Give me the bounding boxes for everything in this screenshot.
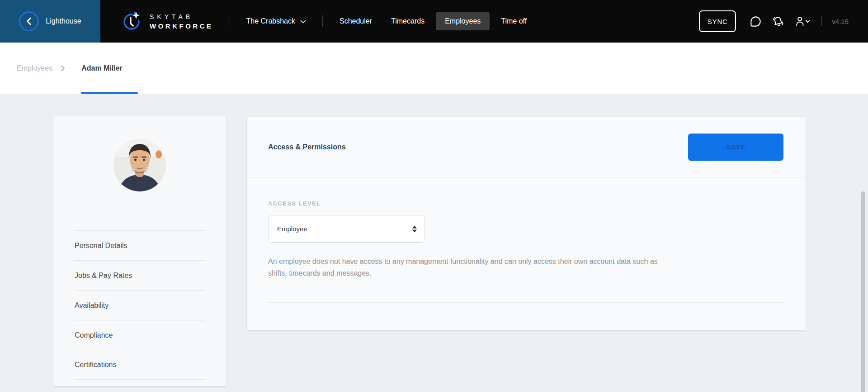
vertical-scrollbar-thumb[interactable] (861, 191, 865, 392)
select-spinner-icon (412, 225, 417, 232)
access-level-select[interactable]: Employee (268, 215, 425, 243)
employee-avatar (113, 139, 166, 191)
access-level-label: ACCESS LEVEL (268, 200, 783, 207)
nav-divider (821, 16, 822, 26)
employee-profile-card: Personal Details Jobs & Pay Rates Availa… (53, 116, 226, 386)
nav-tab-timeoff[interactable]: Time off (493, 12, 534, 30)
lighthouse-label: Lighthouse (46, 17, 81, 25)
access-level-selected-value: Employee (277, 225, 307, 233)
nav-tab-scheduler[interactable]: Scheduler (332, 12, 380, 30)
sync-button[interactable]: SYNC (699, 10, 736, 32)
breadcrumb-bar: Employees Adam Miller (0, 43, 868, 94)
nav-tabs: Scheduler Timecards Employees Time off (332, 12, 534, 30)
brand-line-workforce: WORKFORCE (150, 22, 213, 30)
breadcrumb-parent[interactable]: Employees (17, 64, 52, 72)
menu-item-jobs-pay-rates[interactable]: Jobs & Pay Rates (75, 260, 204, 290)
location-selector[interactable]: The Crabshack (246, 17, 307, 25)
chat-bubble-icon[interactable] (750, 15, 762, 28)
section-title: Access & Permissions (268, 143, 346, 151)
content-area: Personal Details Jobs & Pay Rates Availa… (0, 94, 868, 392)
nav-divider (230, 15, 230, 27)
chevron-right-icon (61, 65, 65, 72)
menu-item-compliance[interactable]: Compliance (75, 320, 204, 350)
section-divider (268, 302, 783, 303)
access-level-description: An employee does not have access to any … (268, 256, 675, 279)
nav-divider (322, 15, 323, 27)
menu-item-availability[interactable]: Availability (75, 290, 204, 320)
breadcrumb-current-tab[interactable]: Adam Miller (81, 64, 123, 72)
location-label: The Crabshack (246, 17, 296, 25)
skytab-workforce-logo: SKYTAB WORKFORCE (120, 9, 213, 34)
menu-item-certifications[interactable]: Certifications (75, 350, 204, 380)
chevron-down-icon (300, 17, 306, 25)
chevron-left-icon (19, 11, 39, 31)
lighthouse-back-button[interactable]: Lighthouse (0, 0, 100, 43)
account-chevron-icon[interactable] (794, 15, 811, 28)
nav-tab-employees[interactable]: Employees (436, 12, 490, 30)
nav-tab-timecards[interactable]: Timecards (383, 12, 432, 30)
save-button[interactable]: SAVE (688, 134, 783, 161)
top-nav-bar: Lighthouse SKYTAB WORKFORCE The Crabshac… (0, 0, 868, 43)
profile-section-menu: Personal Details Jobs & Pay Rates Availa… (75, 230, 204, 380)
menu-item-personal-details[interactable]: Personal Details (75, 230, 204, 260)
skytab-clock-logo-icon (120, 9, 143, 34)
brand-line-skytab: SKYTAB (150, 13, 213, 20)
bell-icon[interactable] (772, 15, 784, 28)
nav-right-group: SYNC v4.15 (699, 10, 849, 32)
access-permissions-card: Access & Permissions SAVE ACCESS LEVEL E… (247, 117, 806, 330)
app-version: v4.15 (832, 18, 849, 25)
